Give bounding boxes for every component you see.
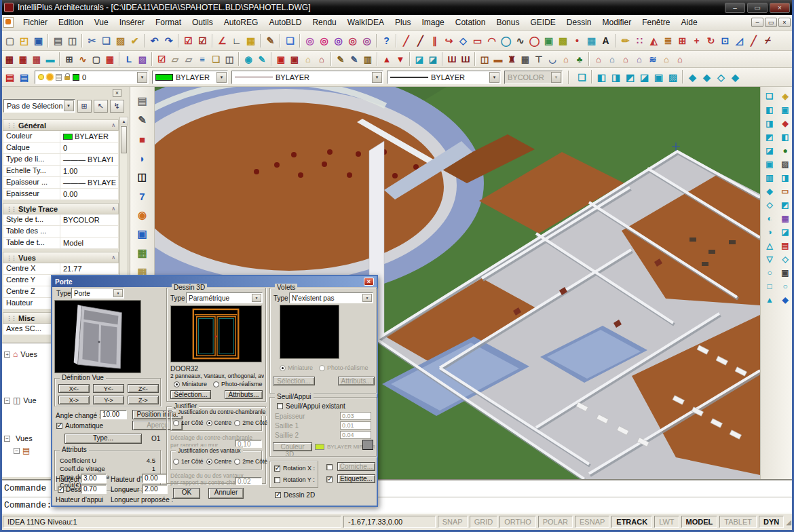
house-door-icon[interactable]: ⌂ [605,52,619,66]
dessus-checkbox[interactable] [58,487,64,493]
spline-icon[interactable]: ∿ [513,33,527,48]
save-icon[interactable]: ▣ [31,33,45,48]
solids-union-icon[interactable]: △ [763,240,776,251]
copy-object-icon[interactable]: ∷ [632,33,647,48]
solids-slice-icon[interactable]: ◇ [763,199,776,210]
open-icon[interactable]: ◰ [17,33,31,48]
copy-icon[interactable]: ❏ [99,33,113,48]
menu-rendu[interactable]: Rendu [307,16,341,28]
solids-cylinder-icon[interactable]: ◪ [763,145,776,156]
layer-manager-icon[interactable]: ▤ [3,70,17,84]
edit-tool-icon[interactable]: ✎ [255,52,269,66]
collapse-icon[interactable] [111,254,115,261]
collapse-icon[interactable] [111,122,115,128]
render-settings-icon[interactable]: ▤ [135,94,150,109]
solids-wedge-icon[interactable]: ◧ [763,104,776,115]
render-window-icon[interactable]: ▣ [135,227,150,242]
tree-expand-icon[interactable]: − [4,436,10,442]
walk-icon[interactable]: ◗ [135,151,150,166]
render-mode-radio[interactable]: Photo-réalisme [213,381,263,387]
hatch-icon[interactable]: ▦ [584,33,599,48]
close-palette-icon[interactable]: × [113,89,121,97]
solids-intersect-icon[interactable]: ○ [763,267,776,278]
justify-radio[interactable]: 1er Côté [173,419,204,426]
view-direction-button[interactable]: Z<- [128,384,159,393]
select-objects-button[interactable]: ↖ [94,100,108,113]
iso-sw-icon[interactable]: ◆ [685,70,700,84]
menu-walkidea[interactable]: WalkIDEA [342,16,390,28]
solids-subtract-icon[interactable]: ▽ [763,253,776,265]
plot-check-icon[interactable]: ☑ [181,33,195,48]
toggle-dyn[interactable]: DYN [759,516,784,528]
help-icon[interactable]: ? [379,33,394,48]
solids-revolve-icon[interactable]: ◆ [763,185,776,197]
find-icon[interactable]: ◫ [223,52,236,66]
door-icon[interactable]: ◫ [478,52,491,66]
automatique-checkbox[interactable] [56,423,62,429]
freehand-icon[interactable]: ↪ [442,33,456,48]
toggle-ortho[interactable]: ORTHO [499,516,536,528]
type-button[interactable]: Type... [64,434,142,444]
3d-box-icon[interactable]: ■ [135,132,150,147]
section-header-vues[interactable]: Vues [3,252,119,263]
raise-house-icon[interactable]: ⌂ [315,52,328,66]
print-icon[interactable]: ▤ [51,33,65,48]
annotate-icon[interactable]: ✎ [135,113,150,128]
chevron-down-icon[interactable] [64,100,74,111]
view-direction-button[interactable]: X-> [58,396,90,404]
scrollbar-thumb[interactable] [121,126,127,153]
view-direction-button[interactable]: Y<- [93,384,124,393]
pan-icon[interactable]: ❏ [283,33,297,48]
longueur-field[interactable]: 2.00 [142,484,168,494]
linetype-dropdown[interactable]: BYLAYER [231,71,383,84]
mdi-restore-button[interactable]: ▭ [765,18,777,27]
railing-icon[interactable]: ▥ [361,52,375,66]
chevron-down-icon[interactable] [137,72,147,83]
house-photo-icon[interactable]: ⌂ [673,52,687,66]
collapse-icon[interactable] [111,206,115,212]
resize-grip-icon[interactable] [786,518,791,526]
desk-icon[interactable]: ⊤ [532,52,546,66]
scale-icon[interactable]: ⊡ [718,33,732,48]
dialog-titlebar[interactable]: Porte × [52,276,377,287]
extend-icon[interactable]: ╱ [746,33,761,48]
dialog-close-icon[interactable]: × [364,278,374,286]
orbit-icon[interactable]: ◩ [778,199,792,210]
tree-icon[interactable]: ♣ [573,52,586,66]
toggle-grid[interactable]: GRID [470,516,498,528]
appliance-icon[interactable]: ▦ [518,52,532,66]
etiquette-button[interactable]: Etiquette... [337,474,375,483]
format-painter-icon[interactable]: ✔ [128,33,142,48]
lineweight-dropdown[interactable]: BYLAYER [387,71,501,84]
fireplace-icon[interactable]: ⌂ [559,52,573,66]
menu-format[interactable]: Format [150,16,187,28]
dessin-2d-checkbox[interactable] [275,492,281,498]
color-dropdown[interactable]: BYLAYER [152,71,228,84]
check-icon[interactable]: ☑ [155,52,168,66]
setup-3d-icon[interactable]: ◆ [778,294,792,305]
corniche-checkbox[interactable] [326,464,333,470]
print-preview-icon[interactable]: ◫ [65,33,79,48]
camera-icon[interactable]: ▦ [778,212,792,224]
move-icon[interactable]: + [689,33,704,48]
solids-cone-icon[interactable]: ◨ [763,117,776,129]
rotation-y-checkbox[interactable] [274,477,280,483]
hauteur-field[interactable]: 3.00 [81,474,107,483]
menu-image[interactable]: Image [416,16,449,28]
roof-house-icon[interactable]: ⌂ [301,52,315,66]
hauteur-appui-field[interactable]: 0.00 [142,474,168,483]
porte-type-dropdown[interactable]: Porte [71,288,124,299]
offset-icon[interactable]: ≣ [661,33,675,48]
view-bottom-icon[interactable]: ▨ [666,70,680,84]
distance-3d-icon[interactable]: ◪ [778,226,792,238]
justify-radio[interactable]: Centre [206,458,232,465]
solids-section-icon[interactable]: ◐ [763,212,776,224]
stairs-icon[interactable]: ✎ [334,52,347,66]
layer-states-icon[interactable]: ▤ [17,70,31,84]
minimize-button[interactable]: – [725,3,745,13]
restore-button[interactable]: ▭ [747,3,768,13]
array-3d-icon[interactable]: ○ [778,280,792,292]
mirror-icon[interactable]: ◭ [647,33,661,48]
menu-autoreg[interactable]: AutoREG [219,16,264,28]
view-nw-icon[interactable]: ◪ [637,70,651,84]
